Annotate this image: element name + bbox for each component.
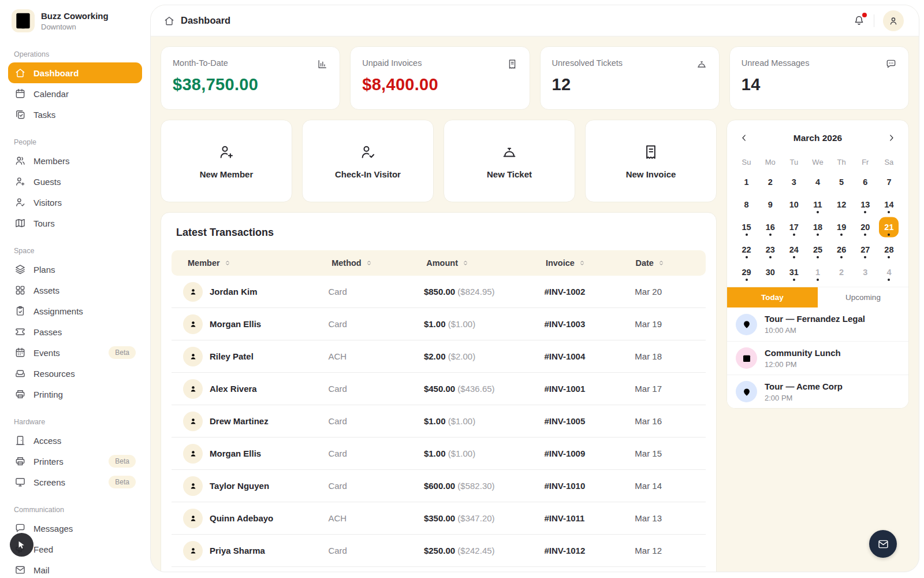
sidebar-item-resources[interactable]: Resources: [8, 363, 142, 384]
calendar-day[interactable]: 4: [806, 171, 829, 193]
calendar-day[interactable]: 15: [735, 216, 758, 238]
map-pin-icon: [736, 314, 757, 335]
calendar-day[interactable]: 22: [735, 238, 758, 261]
column-header-amount[interactable]: Amount: [426, 258, 546, 268]
calendar-day[interactable]: 9: [758, 193, 782, 216]
sidebar-item-label: Access: [33, 436, 61, 446]
sidebar-item-passes[interactable]: Passes: [8, 321, 142, 342]
column-header-invoice[interactable]: Invoice: [546, 258, 636, 268]
latest-transactions-card: Latest Transactions Member Method Amount…: [161, 212, 717, 572]
quick-action-new-member[interactable]: New Member: [161, 120, 292, 202]
tab-upcoming[interactable]: Upcoming: [818, 287, 908, 307]
calendar-day[interactable]: 14: [877, 193, 901, 216]
calendar-day[interactable]: 5: [830, 171, 854, 193]
column-header-method[interactable]: Method: [331, 258, 426, 268]
calendar-prev-button[interactable]: [738, 132, 750, 144]
calendar-day[interactable]: 31: [782, 261, 806, 283]
column-header-date[interactable]: Date: [635, 258, 706, 268]
event-item-community-lunch[interactable]: Community Lunch 12:00 PM: [727, 341, 908, 375]
event-item-tour-acme-corp[interactable]: Tour — Acme Corp 2:00 PM: [727, 375, 908, 408]
calendar-day[interactable]: 23: [758, 238, 782, 261]
column-header-member[interactable]: Member: [188, 258, 331, 268]
bar-chart-icon: [316, 58, 328, 70]
calendar-grid: SuMoTuWeThFrSa 1 2 3 4 5 6 7 8 9 10: [735, 153, 901, 283]
sidebar-item-assignments[interactable]: Assignments: [8, 301, 142, 321]
sidebar-item-label: Passes: [33, 327, 62, 337]
invoice-cell: #INV-1001: [544, 384, 635, 394]
transaction-row: Drew Martinez Card $1.00 ($1.00) #INV-10…: [172, 405, 706, 438]
tasks-icon: [14, 109, 26, 120]
calendar-day[interactable]: 2: [758, 171, 782, 193]
sidebar-item-printing[interactable]: Printing: [8, 384, 142, 405]
calendar-day[interactable]: 24: [782, 238, 806, 261]
member-cell: Morgan Ellis: [183, 444, 328, 464]
calendar-day[interactable]: 2: [830, 261, 854, 283]
calendar-next-button[interactable]: [885, 132, 897, 144]
calendar-day[interactable]: 4: [877, 261, 901, 283]
date-cell: Mar 19: [635, 319, 706, 329]
sidebar-item-assets[interactable]: Assets: [8, 280, 142, 301]
date-cell: Mar 20: [635, 287, 706, 297]
day-of-week-label: Fr: [854, 153, 877, 171]
calendar-day[interactable]: 8: [735, 193, 758, 216]
calendar-day[interactable]: 1: [735, 171, 758, 193]
calendar-day[interactable]: 6: [854, 171, 877, 193]
event-dot: [840, 234, 843, 236]
amount-cell: $1.00 ($1.00): [424, 449, 544, 458]
calendar-day[interactable]: 17: [782, 216, 806, 238]
events-list: Tour — Fernandez Legal 10:00 AM Communit…: [727, 307, 908, 408]
calendar-day[interactable]: 13: [854, 193, 877, 216]
tab-today[interactable]: Today: [727, 287, 818, 307]
member-avatar: [183, 509, 203, 528]
sidebar-item-access[interactable]: Access: [8, 430, 142, 451]
door-icon: [14, 435, 26, 446]
sidebar-item-messages[interactable]: Messages: [8, 518, 142, 539]
compose-mail-fab[interactable]: [869, 530, 897, 558]
member-name: Morgan Ellis: [210, 319, 261, 329]
sidebar-item-dashboard[interactable]: Dashboard: [8, 62, 142, 83]
sidebar-item-events[interactable]: Events Beta: [8, 342, 142, 363]
calendar-day[interactable]: 11: [806, 193, 829, 216]
sidebar-item-plans[interactable]: Plans: [8, 259, 142, 280]
calendar-day[interactable]: 25: [806, 238, 829, 261]
sidebar-item-tasks[interactable]: Tasks: [8, 104, 142, 125]
sidebar-item-visitors[interactable]: Visitors: [8, 192, 142, 213]
calendar-day[interactable]: 1: [806, 261, 829, 283]
event-item-tour-fernandez-legal[interactable]: Tour — Fernandez Legal 10:00 AM: [727, 307, 908, 341]
quick-action-check-in-visitor[interactable]: Check-In Visitor: [302, 120, 434, 202]
calendar-day[interactable]: 28: [877, 238, 901, 261]
calendar-day[interactable]: 19: [830, 216, 854, 238]
calendar-day[interactable]: 30: [758, 261, 782, 283]
day-of-week-label: Mo: [758, 153, 782, 171]
day-of-week-label: Su: [735, 153, 758, 171]
profile-avatar[interactable]: [883, 10, 904, 31]
calendar-day[interactable]: 3: [854, 261, 877, 283]
calendar-day[interactable]: 18: [806, 216, 829, 238]
calendar-day[interactable]: 7: [877, 171, 901, 193]
calendar-day[interactable]: 12: [830, 193, 854, 216]
event-dot: [817, 256, 819, 258]
sidebar-item-guests[interactable]: Guests: [8, 171, 142, 192]
calendar-day[interactable]: 20: [854, 216, 877, 238]
event-dot: [746, 279, 748, 281]
calendar-day[interactable]: 10: [782, 193, 806, 216]
sidebar-item-screens[interactable]: Screens Beta: [8, 472, 142, 492]
calendar-day[interactable]: 27: [854, 238, 877, 261]
notifications-button[interactable]: [853, 14, 865, 27]
calendar-day[interactable]: 3: [782, 171, 806, 193]
calendar-day[interactable]: 26: [830, 238, 854, 261]
calendar-day-selected[interactable]: 21: [877, 216, 901, 238]
method-cell: Card: [328, 287, 424, 297]
event-time: 2:00 PM: [765, 394, 843, 402]
quick-actions-row: New Member Check-In Visitor New Ticket N…: [161, 120, 717, 202]
sidebar-item-mail[interactable]: Mail: [8, 560, 142, 578]
sidebar-item-feed[interactable]: Feed: [8, 539, 142, 560]
sidebar-item-tours[interactable]: Tours: [8, 213, 142, 234]
quick-action-new-invoice[interactable]: New Invoice: [585, 120, 717, 202]
calendar-day[interactable]: 16: [758, 216, 782, 238]
sidebar-item-printers[interactable]: Printers Beta: [8, 451, 142, 472]
quick-action-new-ticket[interactable]: New Ticket: [444, 120, 575, 202]
sidebar-item-calendar[interactable]: Calendar: [8, 83, 142, 104]
sidebar-item-members[interactable]: Members: [8, 150, 142, 171]
calendar-day[interactable]: 29: [735, 261, 758, 283]
